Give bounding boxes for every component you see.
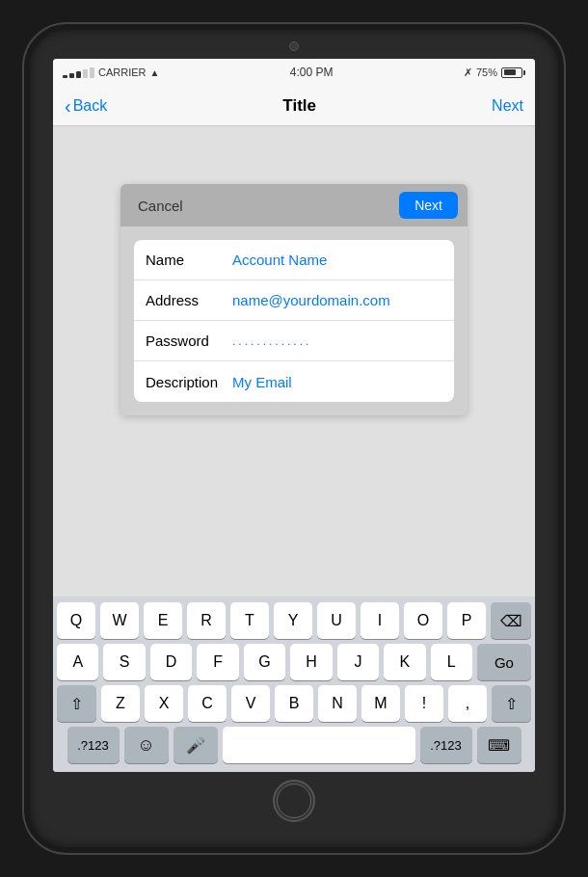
signal-strength [63,67,94,78]
key-exclaim[interactable]: ! [405,685,443,722]
home-button-inner [277,784,311,818]
key-i[interactable]: I [361,602,399,639]
key-l[interactable]: L [431,644,472,680]
numbers-key-right[interactable]: .?123 [420,727,472,763]
battery-icon [501,67,525,78]
back-label: Back [73,97,108,115]
cancel-button[interactable]: Cancel [130,194,191,218]
status-right: ✗ 75% [464,66,525,79]
form-row-password: Password ............. [134,321,454,361]
home-button-area [273,780,315,822]
key-v[interactable]: V [231,685,270,722]
keyboard-row-3: ⇧ Z X C V B N M ! , ⇧ [57,685,531,722]
status-bar: CARRIER ▲ 4:00 PM ✗ 75% [53,59,535,86]
mic-key[interactable]: 🎤 [174,727,218,763]
key-m[interactable]: M [361,685,400,722]
name-value[interactable]: Account Name [232,252,442,268]
key-p[interactable]: P [447,602,486,639]
key-w[interactable]: W [100,602,139,639]
modal-header: Cancel Next [120,184,468,226]
key-f[interactable]: F [197,644,238,680]
key-r[interactable]: R [187,602,226,639]
tablet-shell: CARRIER ▲ 4:00 PM ✗ 75% ‹ Back Ti [24,24,564,853]
key-j[interactable]: J [337,644,379,680]
back-button[interactable]: ‹ Back [65,96,107,116]
keyboard-row-1: Q W E R T Y U I O P ⌫ [57,602,531,639]
page-title: Title [282,96,316,116]
content-area: Cancel Next Name Account Name Address na… [53,126,535,597]
modal-next-button[interactable]: Next [399,192,458,219]
front-camera [289,41,299,51]
numbers-key[interactable]: .?123 [67,727,120,763]
key-e[interactable]: E [144,602,182,639]
screen: CARRIER ▲ 4:00 PM ✗ 75% ‹ Back Ti [53,59,535,772]
key-k[interactable]: K [384,644,425,680]
nav-next-button[interactable]: Next [492,97,523,115]
address-label: Address [146,292,232,308]
status-left: CARRIER ▲ [63,66,159,78]
key-n[interactable]: N [318,685,357,722]
key-d[interactable]: D [150,644,192,680]
address-value[interactable]: name@yourdomain.com [232,292,442,308]
key-comma[interactable]: , [448,685,487,722]
emoji-key[interactable]: ☺ [124,727,169,763]
key-h[interactable]: H [290,644,332,680]
key-o[interactable]: O [404,602,442,639]
key-b[interactable]: B [275,685,313,722]
nav-bar: ‹ Back Title Next [53,86,535,126]
shift-key[interactable]: ⇧ [57,685,96,722]
form-container: Name Account Name Address name@yourdomai… [134,240,454,402]
key-c[interactable]: C [188,685,227,722]
key-x[interactable]: X [145,685,183,722]
wifi-icon: ▲ [150,67,160,78]
description-value[interactable]: My Email [232,374,442,390]
key-q[interactable]: Q [57,602,95,639]
key-g[interactable]: G [244,644,285,680]
status-time: 4:00 PM [290,66,334,79]
key-s[interactable]: S [103,644,145,680]
key-u[interactable]: U [317,602,356,639]
form-row-name: Name Account Name [134,240,454,280]
key-y[interactable]: Y [274,602,312,639]
keyboard-row-2: A S D F G H J K L Go [57,644,531,680]
space-key[interactable] [223,727,415,763]
go-key[interactable]: Go [477,644,531,680]
name-label: Name [146,252,232,268]
form-row-description: Description My Email [134,361,454,402]
battery-percent: 75% [476,66,497,78]
carrier-label: CARRIER [98,66,147,78]
keyboard: Q W E R T Y U I O P ⌫ A S D F G H J [53,597,535,772]
modal-container: Cancel Next Name Account Name Address na… [120,184,468,415]
key-z[interactable]: Z [101,685,140,722]
bluetooth-icon: ✗ [464,66,472,79]
password-value[interactable]: ............. [232,334,442,348]
description-label: Description [146,374,232,390]
key-a[interactable]: A [57,644,98,680]
backspace-key[interactable]: ⌫ [491,602,531,639]
back-chevron-icon: ‹ [65,96,71,116]
home-button[interactable] [273,780,315,822]
password-label: Password [146,332,232,349]
shift-key-right[interactable]: ⇧ [492,685,531,722]
keyboard-dismiss-key[interactable]: ⌨ [477,727,521,763]
keyboard-row-bottom: .?123 ☺ 🎤 .?123 ⌨ [57,727,531,763]
key-t[interactable]: T [230,602,269,639]
form-row-address: Address name@yourdomain.com [134,280,454,321]
